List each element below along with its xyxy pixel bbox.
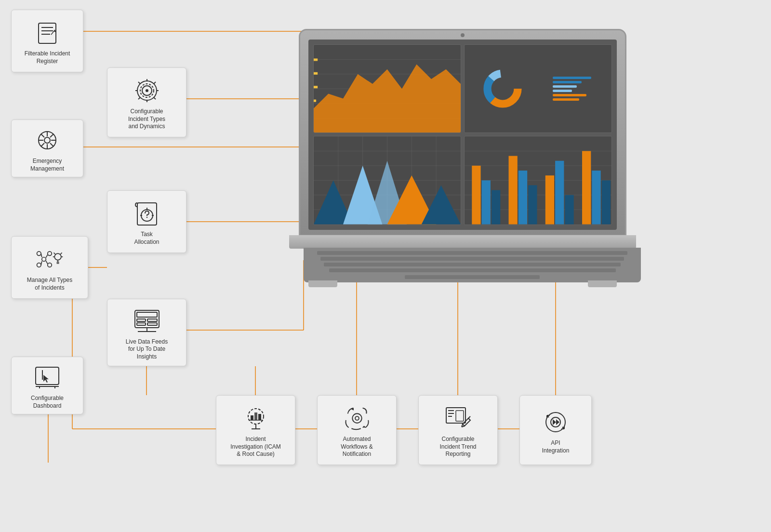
svg-rect-147 <box>518 171 527 225</box>
emergency-label: Emergency Management <box>30 158 64 173</box>
svg-line-66 <box>46 261 47 264</box>
live-data-feeds-box: Live Data Feeds for Up To Date Insights <box>107 299 186 366</box>
manage-all-types-box: Manage All Types of Incidents <box>11 236 88 299</box>
svg-line-72 <box>60 253 62 254</box>
filterable-incident-register-box: Filterable Incident Register <box>11 10 83 72</box>
configurable-types-label: Configurable Incident Types and Dynamics <box>128 108 165 131</box>
task-label: Task Allocation <box>134 231 159 246</box>
svg-marker-84 <box>43 375 49 383</box>
svg-point-122 <box>494 80 511 97</box>
svg-rect-90 <box>254 412 257 420</box>
svg-rect-145 <box>492 190 500 225</box>
task-icon <box>133 199 161 228</box>
svg-line-104 <box>468 416 470 418</box>
svg-rect-151 <box>565 195 573 225</box>
investigation-label: Incident Investigation (ICAM & Root Caus… <box>230 436 281 458</box>
svg-point-59 <box>37 252 41 256</box>
trend-icon <box>444 404 473 433</box>
api-icon <box>541 408 570 437</box>
svg-line-37 <box>138 82 140 84</box>
laptop <box>299 29 626 279</box>
svg-line-63 <box>41 253 42 257</box>
manage-label: Manage All Types of Incidents <box>27 277 73 292</box>
svg-line-38 <box>154 97 156 99</box>
svg-rect-143 <box>472 166 480 225</box>
investigation-icon <box>241 404 270 433</box>
workflows-label: Automated Workflows & Notification <box>341 436 372 458</box>
svg-rect-91 <box>258 414 261 420</box>
svg-point-54 <box>146 217 147 218</box>
configurable-types-icon <box>133 76 161 105</box>
laptop-keyboard <box>304 248 641 282</box>
workflows-icon <box>343 404 372 433</box>
emergency-icon <box>33 126 62 155</box>
svg-line-71 <box>54 253 55 254</box>
svg-rect-153 <box>592 171 600 225</box>
svg-point-32 <box>146 89 148 92</box>
svg-rect-116 <box>314 72 318 74</box>
task-allocation-box: Task Allocation <box>107 190 186 253</box>
svg-line-40 <box>138 97 140 99</box>
area-chart-panel <box>313 44 461 133</box>
laptop-bezel <box>299 29 626 236</box>
configurable-trend-box: Configurable Incident Trend Reporting <box>418 395 498 465</box>
svg-rect-26 <box>39 23 56 43</box>
manage-icon <box>35 245 64 274</box>
svg-rect-144 <box>482 180 491 224</box>
svg-rect-152 <box>582 151 591 224</box>
live-data-label: Live Data Feeds for Up To Date Insights <box>126 338 168 361</box>
svg-point-61 <box>48 252 52 256</box>
svg-rect-76 <box>137 312 157 317</box>
svg-point-60 <box>37 263 41 267</box>
bar-indicators <box>549 75 595 103</box>
filterable-icon <box>33 18 62 47</box>
bar-chart-panel <box>464 136 612 225</box>
emergency-management-box: Emergency Management <box>11 120 83 177</box>
svg-rect-52 <box>137 203 157 225</box>
api-integration-box: API Integration <box>519 395 592 465</box>
svg-rect-101 <box>456 411 464 421</box>
automated-workflows-box: Automated Workflows & Notification <box>317 395 397 465</box>
svg-rect-149 <box>545 175 554 224</box>
svg-rect-77 <box>137 319 146 321</box>
svg-rect-89 <box>251 415 253 420</box>
api-label: API Integration <box>542 439 570 454</box>
svg-marker-114 <box>314 64 461 133</box>
svg-line-64 <box>41 262 42 266</box>
svg-point-95 <box>352 413 361 423</box>
svg-line-47 <box>41 134 44 137</box>
svg-point-51 <box>44 137 50 143</box>
dashboard-icon <box>33 363 62 392</box>
dashboard-label: Configurable Dashboard <box>31 395 64 410</box>
filterable-incident-label: Filterable Incident Register <box>25 50 70 65</box>
svg-rect-148 <box>528 185 537 224</box>
configurable-dashboard-box: Configurable Dashboard <box>11 357 83 414</box>
laptop-camera <box>461 33 465 37</box>
incident-investigation-box: Incident Investigation (ICAM & Root Caus… <box>216 395 295 465</box>
laptop-foot-left <box>308 280 337 287</box>
laptop-foot-right <box>588 280 617 287</box>
live-data-icon <box>133 306 161 335</box>
svg-point-62 <box>48 263 52 267</box>
svg-point-96 <box>355 416 359 420</box>
mountain-chart-panel <box>313 136 461 225</box>
svg-marker-107 <box>553 419 556 425</box>
svg-rect-80 <box>147 323 157 325</box>
laptop-screen <box>308 40 617 230</box>
svg-line-39 <box>154 82 156 84</box>
svg-line-49 <box>50 134 53 137</box>
svg-rect-146 <box>509 156 518 225</box>
svg-rect-115 <box>314 58 318 61</box>
svg-line-50 <box>41 143 44 146</box>
laptop-base-bar <box>289 235 636 249</box>
svg-rect-78 <box>137 323 146 325</box>
trend-label: Configurable Incident Trend Reporting <box>439 436 476 458</box>
svg-rect-150 <box>555 161 564 225</box>
svg-point-58 <box>42 257 46 262</box>
donut-bar-panel <box>464 44 612 133</box>
svg-marker-137 <box>422 185 461 224</box>
svg-line-65 <box>46 255 47 258</box>
svg-rect-154 <box>602 180 611 224</box>
svg-line-48 <box>50 143 53 146</box>
svg-point-67 <box>54 253 61 260</box>
